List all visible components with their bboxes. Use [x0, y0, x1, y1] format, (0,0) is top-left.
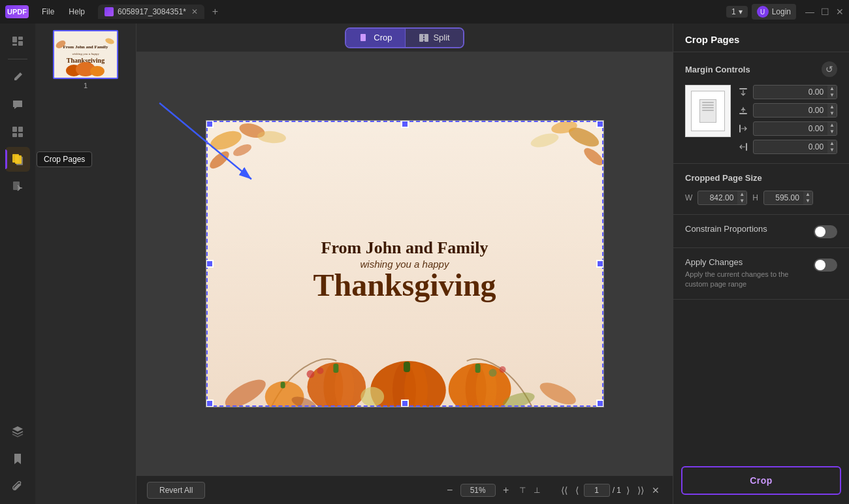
sidebar-item-comment[interactable]	[5, 92, 30, 117]
sidebar-item-edit[interactable]	[5, 65, 30, 89]
reset-margin-button[interactable]: ↺	[822, 61, 837, 77]
margin-bottom-down[interactable]: ▼	[827, 110, 837, 117]
apply-changes-toggle-thumb	[815, 260, 825, 270]
pdf-page: From John and Family wishing you a happy…	[206, 120, 604, 407]
sidebar-item-organize[interactable]	[5, 119, 30, 144]
bottom-margin-icon	[739, 106, 748, 115]
page-navigation: / 1	[584, 484, 621, 497]
margin-top-down[interactable]: ▼	[827, 92, 837, 99]
width-input[interactable]	[698, 191, 737, 204]
svg-rect-61	[739, 113, 747, 114]
login-button[interactable]: U Login	[752, 4, 796, 20]
sidebar-bottom	[5, 419, 30, 499]
document-tab[interactable]: 6058917_3084351* ✕	[98, 5, 204, 19]
margin-left-down[interactable]: ▼	[827, 129, 837, 135]
zoom-fit-width-button[interactable]: ⊤	[517, 484, 528, 496]
page-prev-button[interactable]: ⟨	[573, 484, 581, 497]
sidebar-item-crop[interactable]: Crop Pages	[5, 147, 30, 172]
zoom-out-button[interactable]: −	[442, 482, 458, 498]
constrain-toggle-thumb	[815, 227, 825, 237]
sidebar-item-bookmark[interactable]	[5, 447, 30, 471]
split-btn-label: Split	[433, 33, 449, 42]
toolbar-crop-split-group: Crop Split	[345, 27, 464, 48]
svg-rect-60	[739, 88, 747, 89]
svg-rect-2	[18, 41, 23, 46]
add-tab-button[interactable]: +	[208, 6, 222, 18]
canvas-content: From John and Family wishing you a happy…	[136, 52, 673, 475]
width-down[interactable]: ▼	[737, 198, 746, 204]
margin-top-spinners: ▲ ▼	[827, 86, 837, 99]
sidebar-item-layers[interactable]	[5, 419, 30, 444]
margin-right-row: ▲ ▼	[737, 140, 837, 154]
zoom-select[interactable]: 51% 25% 50% 75% 100%	[460, 484, 496, 497]
margin-top-up[interactable]: ▲	[827, 86, 837, 92]
width-up[interactable]: ▲	[737, 191, 746, 198]
view-icon	[11, 35, 24, 48]
svg-rect-22	[360, 34, 366, 41]
zoom-in-button[interactable]: +	[498, 482, 514, 498]
margin-left-input[interactable]	[754, 122, 827, 135]
thumbnail-page-number: 1	[84, 82, 88, 89]
close-page-view-button[interactable]: ✕	[649, 484, 662, 497]
margin-bottom-up[interactable]: ▲	[827, 104, 837, 110]
right-margin-icon	[739, 142, 748, 151]
menu-help[interactable]: Help	[62, 5, 91, 18]
apply-changes-text: Apply Changes Apply the current changes …	[685, 257, 807, 290]
canvas-area: Crop Split	[136, 24, 673, 504]
maximize-button[interactable]: ☐	[821, 7, 829, 17]
preview-line-3	[702, 107, 714, 108]
zoom-fit-page-button[interactable]: ⊥	[531, 484, 543, 496]
cropped-size-title: Cropped Page Size	[685, 173, 837, 183]
tab-close-icon[interactable]: ✕	[191, 7, 198, 16]
margin-left-input-group: ▲ ▼	[753, 121, 837, 136]
crop-apply-button[interactable]: Crop	[681, 466, 841, 495]
apply-changes-section: Apply Changes Apply the current changes …	[673, 248, 849, 300]
sidebar-item-view[interactable]	[5, 29, 30, 54]
thumbnail-image: From John and Family wishing you a happy…	[53, 30, 118, 79]
margin-preview-document	[699, 99, 716, 123]
app-logo: UPDF	[5, 5, 29, 18]
margin-right-input-group: ▲ ▼	[753, 140, 837, 154]
margin-right-input[interactable]	[754, 140, 827, 153]
page-indicator[interactable]: 1 ▾	[726, 6, 748, 18]
page-main-text: Thanksgiving	[313, 267, 496, 303]
sidebar-item-extract[interactable]	[5, 174, 30, 199]
constrain-toggle[interactable]	[814, 225, 837, 238]
svg-rect-0	[12, 37, 17, 42]
cropped-page-size-section: Cropped Page Size W ▲ ▼ H ▲ ▼	[673, 164, 849, 215]
current-page-input[interactable]	[584, 484, 610, 497]
close-window-button[interactable]: ✕	[836, 7, 844, 17]
height-spinners: ▲ ▼	[803, 191, 812, 204]
pdf-page-wrapper: From John and Family wishing you a happy…	[206, 120, 604, 407]
margin-top-input[interactable]	[754, 86, 827, 99]
margin-left-up[interactable]: ▲	[827, 122, 837, 129]
crop-pages-icon	[10, 152, 25, 166]
crop-tab-button[interactable]: Crop	[346, 29, 405, 47]
height-up[interactable]: ▲	[803, 191, 812, 198]
minimize-button[interactable]: —	[805, 7, 814, 17]
height-input[interactable]	[764, 191, 803, 204]
margin-left-row: ▲ ▼	[737, 121, 837, 136]
sidebar-item-attachment[interactable]	[5, 474, 30, 499]
margin-right-up[interactable]: ▲	[827, 140, 837, 147]
active-indicator	[5, 150, 7, 169]
page-next-button[interactable]: ⟩	[624, 484, 632, 497]
split-tab-button[interactable]: Split	[405, 29, 462, 47]
thumbnail-page-1[interactable]: From John and Family wishing you a happy…	[53, 30, 118, 89]
tab-document-icon	[104, 7, 114, 16]
page-first-button[interactable]: ⟨⟨	[558, 484, 570, 497]
page-last-button[interactable]: ⟩⟩	[635, 484, 647, 497]
left-margin-icon	[739, 124, 748, 133]
height-down[interactable]: ▼	[803, 198, 812, 204]
margin-bottom-input[interactable]	[754, 104, 827, 117]
preview-line-4	[702, 110, 714, 111]
apply-changes-toggle[interactable]	[814, 259, 837, 272]
organize-icon	[11, 125, 24, 138]
menu-file[interactable]: File	[35, 5, 61, 18]
page-number: 1	[731, 7, 736, 16]
width-spinners: ▲ ▼	[737, 191, 746, 204]
login-label: Login	[772, 7, 791, 16]
page-from-title: From John and Family	[321, 238, 489, 258]
revert-all-button[interactable]: Revert All	[147, 482, 205, 499]
margin-right-down[interactable]: ▼	[827, 147, 837, 153]
